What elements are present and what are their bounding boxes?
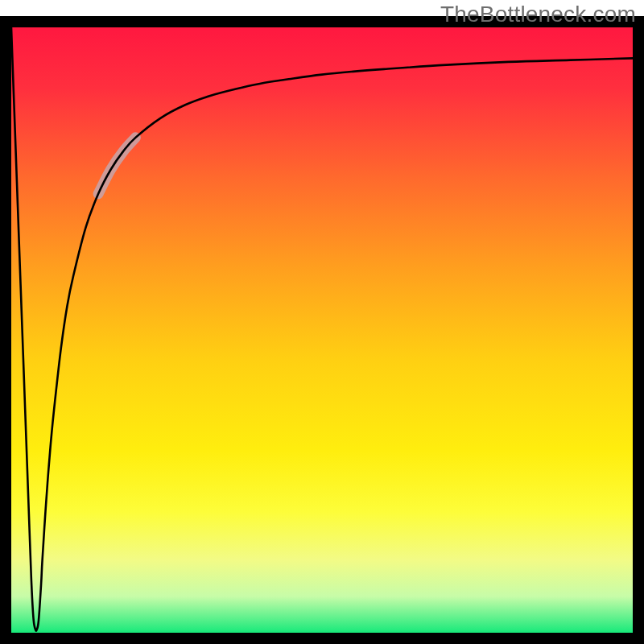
plot-background	[11, 27, 633, 633]
watermark-text: TheBottleneck.com	[440, 2, 636, 27]
chart-frame: TheBottleneck.com	[0, 0, 644, 644]
bottleneck-chart	[0, 0, 644, 644]
